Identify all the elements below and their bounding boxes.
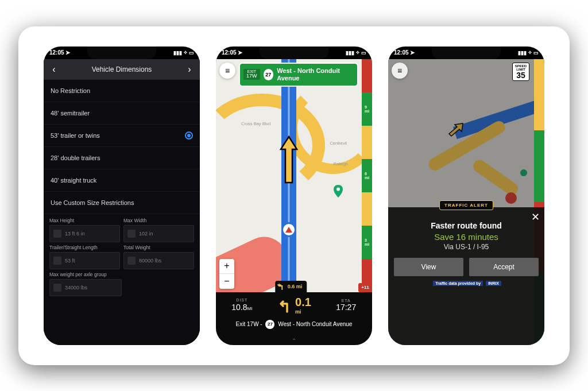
traffic-segment-green: 6mi: [362, 159, 372, 192]
traffic-bar: 9mi 6mi 3mi +11: [362, 59, 372, 292]
axle-icon: [53, 284, 61, 292]
credit-brand: INRIX: [486, 281, 501, 286]
traffic-segment-green: [534, 130, 544, 202]
route-shield-icon: 27: [264, 69, 274, 80]
dist-unit: MI: [247, 306, 253, 311]
turn-left-icon: [277, 298, 292, 313]
battery-icon: ▭: [361, 50, 366, 56]
battery-icon: ▭: [533, 50, 539, 56]
option-label: 53' trailer or twins: [51, 132, 100, 139]
weight-icon: [127, 257, 136, 265]
option-label: 40' straight truck: [51, 177, 96, 184]
settings-header: ‹ Vehicle Dimensions ›: [44, 59, 200, 80]
field-label: Trailer/Straight Length: [49, 245, 120, 250]
map-road-label: Raleigh: [334, 161, 348, 167]
option-40-straight[interactable]: 40' straight truck: [44, 169, 200, 192]
traffic-segment-red: [362, 59, 372, 92]
accept-button[interactable]: Accept: [469, 258, 539, 276]
option-48-semitrailer[interactable]: 48' semitrailer: [44, 102, 200, 125]
traffic-segment-green: 3mi: [362, 226, 372, 259]
upcoming-distance: 0.6 mi: [288, 284, 303, 289]
field-max-height: Max Height 13 ft 6 in: [49, 218, 120, 242]
nav-bottom-panel: DIST 10.8MI 0.1 mi ETA 17:27: [216, 292, 372, 345]
credit-text: Traffic data provided by: [433, 281, 483, 286]
field-total-weight: Total Weight 80000 lbs: [123, 245, 194, 269]
turn-unit: mi: [295, 309, 311, 315]
nav-metrics-row: DIST 10.8MI 0.1 mi ETA 17:27: [216, 292, 372, 319]
view-button[interactable]: View: [394, 258, 463, 276]
turn-distance: 0.1: [295, 296, 311, 309]
alert-buttons: View Accept: [394, 258, 539, 276]
data-credit: Traffic data provided by INRIX: [394, 281, 539, 286]
back-button[interactable]: ‹: [48, 64, 60, 75]
exit-number: 17W: [246, 73, 257, 79]
status-time: 12:05: [222, 49, 237, 56]
field-value: 34000 lbs: [65, 285, 87, 291]
traffic-segment-yellow: [362, 126, 372, 159]
status-time: 12:05: [394, 49, 409, 56]
option-no-restriction[interactable]: No Restriction: [44, 80, 200, 102]
speed-value: 35: [513, 71, 529, 79]
traffic-segment-yellow: [534, 59, 544, 131]
max-width-input[interactable]: 102 in: [123, 225, 194, 242]
height-icon: [53, 230, 61, 238]
next-road-text: Exit 17W - 27 West - North Conduit Avenu…: [216, 319, 372, 329]
alert-body: ≡ SPEED LIMIT 35 TRAFFIC ALERT ✕ Faster …: [388, 59, 544, 345]
status-time: 12:05: [49, 49, 64, 56]
wifi-icon: ⟡: [528, 49, 532, 56]
speed-limit-sign: SPEED LIMIT 35: [512, 63, 529, 81]
menu-button[interactable]: ≡: [219, 63, 235, 79]
map-road-label: Centrevil: [330, 141, 347, 146]
zoom-in-button[interactable]: +: [219, 259, 234, 274]
wifi-icon: ⟡: [184, 49, 187, 56]
length-input[interactable]: 53 ft: [49, 252, 120, 269]
upcoming-turn-chip: 0.6 mi: [275, 281, 307, 292]
option-custom-size[interactable]: Use Custom Size Restrictions: [44, 192, 200, 214]
zoom-out-button[interactable]: −: [219, 274, 234, 289]
max-height-input[interactable]: 13 ft 6 in: [49, 225, 120, 242]
length-icon: [53, 257, 61, 265]
radio-selected-icon: [185, 131, 193, 140]
field-value: 102 in: [139, 231, 153, 237]
option-label: 28' double trailers: [51, 154, 100, 161]
field-value: 80000 lbs: [139, 258, 161, 264]
signal-icon: ▮▮▮: [173, 50, 182, 56]
signal-icon: ▮▮▮: [346, 50, 354, 56]
vehicle-options-list: No Restriction 48' semitrailer 53' trail…: [44, 80, 200, 214]
map-canvas[interactable]: Cross Bay Blvd Centrevil Raleigh ≡ EXIT …: [216, 59, 362, 292]
alert-panel: ✕ Faster route found Save 16 minutes Via…: [388, 207, 544, 345]
next-text: Exit 17W -: [236, 320, 262, 327]
field-label: Max Height: [49, 218, 120, 223]
traffic-alert-badge: TRAFFIC ALERT: [439, 200, 493, 210]
battery-icon: ▭: [189, 50, 194, 56]
traffic-segment-green: 9mi: [362, 92, 372, 126]
location-icon: ➤: [65, 49, 70, 56]
alert-savings: Save 16 minutes: [394, 232, 539, 242]
phone-traffic-alert: 12:05 ➤ ▮▮▮ ⟡ ▭ ≡ SPEED LIMIT: [388, 47, 544, 345]
map-road-label: Cross Bay Blvd: [241, 121, 270, 126]
field-max-width: Max Width 102 in: [123, 218, 194, 242]
close-button[interactable]: ✕: [531, 211, 540, 223]
svg-point-0: [336, 187, 340, 191]
location-icon: ➤: [238, 49, 242, 56]
exit-badge: EXIT 17W: [243, 69, 260, 80]
custom-fields-grid: Max Height 13 ft 6 in Max Width 102 in T…: [44, 214, 200, 300]
menu-button[interactable]: ≡: [392, 63, 408, 79]
field-axle-weight: Max weight per axle group 34000 lbs: [49, 272, 122, 296]
forward-button[interactable]: ›: [184, 64, 195, 75]
axle-weight-input[interactable]: 34000 lbs: [49, 279, 122, 296]
field-value: 53 ft: [65, 258, 75, 264]
expand-handle[interactable]: ⌃: [292, 338, 296, 344]
total-weight-input[interactable]: 80000 lbs: [123, 252, 194, 269]
field-value: 13 ft 6 in: [65, 231, 85, 237]
settings-body: ‹ Vehicle Dimensions › No Restriction 48…: [44, 59, 200, 345]
signal-icon: ▮▮▮: [518, 50, 527, 56]
dist-label: DIST: [236, 298, 247, 302]
guidance-sign: EXIT 17W 27 West - North Conduit Avenue: [239, 63, 358, 87]
option-28-double[interactable]: 28' double trailers: [44, 147, 200, 169]
option-53-trailer[interactable]: 53' trailer or twins: [44, 125, 200, 147]
sign-road-name: West - North Conduit Avenue: [277, 67, 354, 81]
eta-value: 17:27: [336, 303, 356, 312]
next-turn-cell: 0.1 mi: [268, 292, 320, 319]
zoom-controls: + −: [219, 259, 234, 289]
